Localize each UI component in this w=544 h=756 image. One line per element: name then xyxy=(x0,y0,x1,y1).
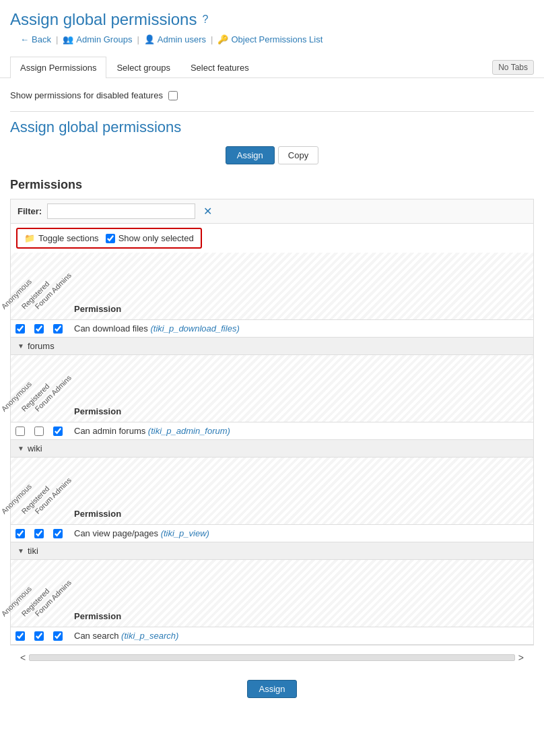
checkbox-input-anon-admin-forum[interactable] xyxy=(15,427,25,436)
page-header: Assign global permissions ? ← Back | 👥 A… xyxy=(0,0,544,53)
checkbox-input-forum-search[interactable] xyxy=(53,631,63,641)
back-link[interactable]: ← Back xyxy=(20,34,51,44)
page-title: Assign global permissions ? xyxy=(10,10,534,29)
checkbox-input-anon-view[interactable] xyxy=(15,529,25,538)
perm-row-search: Can search (tiki_p_search) xyxy=(11,627,533,644)
toggle-sections-icon: 📁 xyxy=(24,233,35,243)
rotated-headers-forums: Anonymous Registered Forum Admins Permis… xyxy=(11,355,533,422)
show-only-selected-label: Show only selected xyxy=(118,233,194,243)
checkbox-input-forum-view[interactable] xyxy=(53,529,63,538)
section-name-wiki: wiki xyxy=(28,443,42,453)
perm-group-default: Anonymous Registered Forum Admins Permis… xyxy=(11,253,533,337)
checkbox-input-anon-search[interactable] xyxy=(15,631,25,641)
checkbox-forum-view xyxy=(48,529,67,538)
show-disabled-checkbox[interactable] xyxy=(168,91,178,100)
triangle-forums[interactable]: ▼ xyxy=(18,342,24,350)
checkbox-reg-admin-forum xyxy=(30,427,48,436)
copy-button[interactable]: Copy xyxy=(278,146,318,164)
nav-sep-1: | xyxy=(56,34,58,44)
filter-input[interactable] xyxy=(47,203,195,219)
checkbox-input-reg-view[interactable] xyxy=(34,529,44,538)
section-subheader-forums[interactable]: ▼ forums xyxy=(11,337,533,355)
show-only-selected-checkbox[interactable] xyxy=(106,234,115,243)
help-icon[interactable]: ? xyxy=(202,13,208,26)
bottom-assign-row: Assign xyxy=(10,670,534,708)
perm-row-admin-forums: Can admin forums (tiki_p_admin_forum) xyxy=(11,422,533,439)
toggle-sections-button[interactable]: 📁 Toggle sections xyxy=(24,233,99,243)
section-subheader-wiki[interactable]: ▼ wiki xyxy=(11,439,533,458)
section-name-forums: forums xyxy=(28,341,55,351)
perm-code-view: (tiki_p_view) xyxy=(161,528,209,538)
checkbox-forum-download xyxy=(48,324,67,334)
tab-select-features[interactable]: Select features xyxy=(180,57,259,78)
scroll-right-icon[interactable]: > xyxy=(518,652,524,663)
scroll-left-icon[interactable]: < xyxy=(20,652,26,663)
section-subheader-tiki[interactable]: ▼ tiki xyxy=(11,542,533,560)
permission-col-header-forums: Permission xyxy=(67,355,533,422)
checkbox-reg-download xyxy=(30,324,48,334)
section-name-tiki: tiki xyxy=(28,546,38,556)
tab-select-groups[interactable]: Select groups xyxy=(106,57,180,78)
col-forum-admins-wiki: Forum Admins xyxy=(48,458,67,524)
perm-code-download: (tiki_p_download_files) xyxy=(150,323,239,334)
col-forum-admins-forums: Forum Admins xyxy=(48,355,67,422)
perm-code-search: (tiki_p_search) xyxy=(121,631,178,641)
permission-col-header-wiki: Permission xyxy=(67,458,533,524)
section-heading: Assign global permissions xyxy=(10,119,534,136)
show-disabled-row: Show permissions for disabled features xyxy=(10,85,534,106)
permissions-section: Permissions Filter: ✕ 📁 Toggle sections … xyxy=(10,178,534,645)
assign-bottom-button[interactable]: Assign xyxy=(247,680,296,698)
perm-row-download: Can download files (tiki_p_download_file… xyxy=(11,320,533,337)
checkbox-anon-search xyxy=(11,631,30,641)
no-tabs-button[interactable]: No Tabs xyxy=(492,60,534,75)
admin-users-link[interactable]: 👤 Admin users xyxy=(144,34,206,44)
col-forum-admins-tiki: Forum Admins xyxy=(48,560,67,627)
permissions-heading: Permissions xyxy=(10,178,534,192)
checkbox-forum-admin-forum xyxy=(48,427,67,436)
rotated-headers-tiki: Anonymous Registered Forum Admins Permis… xyxy=(11,560,533,627)
triangle-wiki[interactable]: ▼ xyxy=(18,445,24,452)
checkbox-reg-view xyxy=(30,529,48,538)
checkbox-input-forum-download[interactable] xyxy=(53,324,63,334)
perm-name-download: Can download files (tiki_p_download_file… xyxy=(67,323,533,334)
permission-col-header-tiki: Permission xyxy=(67,560,533,627)
checkbox-input-anon-download[interactable] xyxy=(15,324,25,334)
perm-name-search: Can search (tiki_p_search) xyxy=(67,631,533,641)
filter-row: Filter: ✕ xyxy=(11,199,533,224)
nav-links: ← Back | 👥 Admin Groups | 👤 Admin users … xyxy=(10,29,534,50)
tabs-bar: Assign Permissions Select groups Select … xyxy=(0,57,544,78)
clear-filter-icon[interactable]: ✕ xyxy=(203,205,212,218)
assign-copy-row: Assign Copy xyxy=(10,146,534,164)
checkbox-anon-admin-forum xyxy=(11,427,30,436)
assign-top-button[interactable]: Assign xyxy=(226,146,275,164)
checkbox-anon-view xyxy=(11,529,30,538)
perm-group-forums: Anonymous Registered Forum Admins Permis… xyxy=(11,355,533,439)
nav-sep-2: | xyxy=(137,34,139,44)
perm-name-admin-forum: Can admin forums (tiki_p_admin_forum) xyxy=(67,426,533,436)
checkbox-reg-search xyxy=(30,631,48,641)
toggle-row: 📁 Toggle sections Show only selected xyxy=(16,228,202,249)
permission-col-header: Permission xyxy=(67,253,533,319)
back-icon: ← xyxy=(20,34,29,44)
checkbox-input-reg-download[interactable] xyxy=(34,324,44,334)
admin-groups-link[interactable]: 👥 Admin Groups xyxy=(63,34,132,44)
scrollbar: < > xyxy=(20,652,524,663)
checkbox-input-reg-search[interactable] xyxy=(34,631,44,641)
show-only-selected-row: Show only selected xyxy=(106,233,194,243)
checkbox-input-forum-admin-forum[interactable] xyxy=(53,427,63,436)
perm-row-view-pages: Can view page/pages (tiki_p_view) xyxy=(11,525,533,542)
content-area: Show permissions for disabled features A… xyxy=(0,78,544,715)
rotated-headers-wiki: Anonymous Registered Forum Admins Permis… xyxy=(11,458,533,525)
object-permissions-icon: 🔑 xyxy=(217,34,228,44)
perm-group-tiki: Anonymous Registered Forum Admins Permis… xyxy=(11,560,533,644)
checkbox-input-reg-admin-forum[interactable] xyxy=(34,427,44,436)
permissions-box: Filter: ✕ 📁 Toggle sections Show only se… xyxy=(10,199,534,645)
admin-groups-icon: 👥 xyxy=(63,34,73,44)
object-permissions-link[interactable]: 🔑 Object Permissions List xyxy=(217,34,322,44)
scroll-track[interactable] xyxy=(29,654,515,661)
page-title-text: Assign global permissions xyxy=(10,10,197,29)
tab-assign-permissions[interactable]: Assign Permissions xyxy=(10,57,106,78)
perm-group-wiki: Anonymous Registered Forum Admins Permis… xyxy=(11,458,533,542)
triangle-tiki[interactable]: ▼ xyxy=(18,547,24,555)
toggle-sections-label: Toggle sections xyxy=(38,233,99,243)
